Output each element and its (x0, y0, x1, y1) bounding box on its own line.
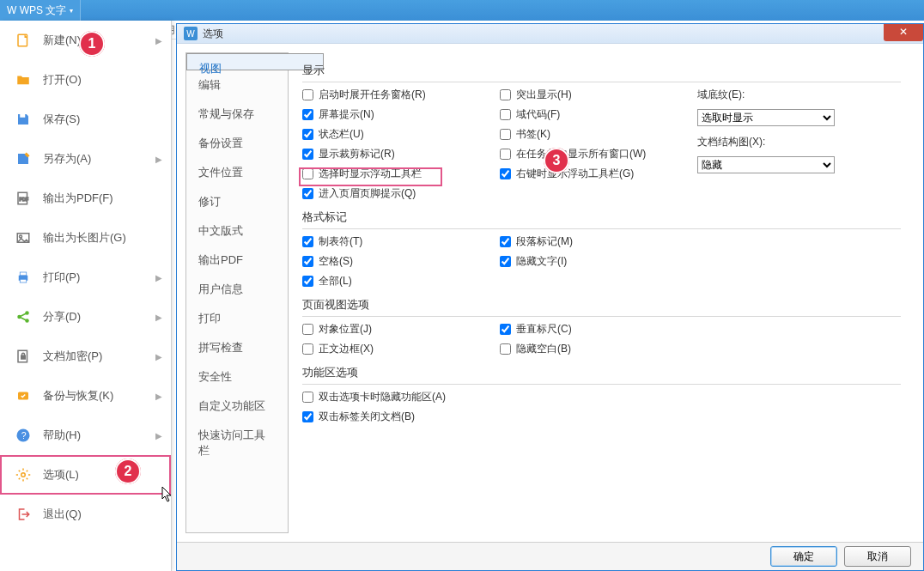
checkbox-input[interactable] (302, 236, 313, 247)
sidebar-category[interactable]: 用户信息 (186, 275, 288, 304)
checkbox-option[interactable]: 段落标记(M) (500, 234, 697, 249)
sidebar-category[interactable]: 备份设置 (186, 129, 288, 158)
dialog-body: 视图编辑常规与保存备份设置文件位置修订中文版式输出PDF用户信息打印拼写检查安全… (177, 44, 923, 542)
menu-item-label: 输出为PDF(F) (43, 191, 162, 206)
callout-1: 1 (79, 31, 105, 57)
checkbox-input[interactable] (302, 411, 313, 422)
checkbox-input[interactable] (500, 149, 511, 160)
checkbox-option[interactable]: 双击标签关闭文档(B) (302, 410, 646, 424)
lock-icon (15, 349, 31, 364)
checkbox-label: 域代码(F) (516, 107, 560, 122)
checkbox-option[interactable]: 空格(S) (302, 254, 500, 269)
wps-app-button[interactable]: W WPS 文字 ▾ (0, 0, 81, 21)
checkbox-option[interactable]: 突出显示(H) (500, 88, 697, 102)
checkbox-option[interactable]: 书签(K) (500, 127, 697, 142)
checkbox-input[interactable] (500, 109, 511, 120)
chevron-right-icon: ▶ (155, 273, 162, 282)
checkbox-input[interactable] (500, 324, 511, 335)
file-menu-item[interactable]: 输出为长图片(G) (0, 218, 171, 258)
checkbox-option[interactable]: 隐藏空白(B) (500, 342, 697, 356)
checkbox-option[interactable]: 显示裁剪标记(R) (302, 147, 500, 161)
checkbox-option[interactable]: 在任务栏中显示所有窗口(W) (500, 147, 697, 161)
checkbox-input[interactable] (302, 168, 313, 179)
checkbox-input[interactable] (302, 276, 313, 287)
sidebar-category[interactable]: 中文版式 (186, 216, 288, 246)
checkbox-option[interactable]: 垂直标尺(C) (500, 322, 697, 337)
checkbox-input[interactable] (302, 256, 313, 267)
checkbox-input[interactable] (500, 343, 511, 355)
file-menu-item[interactable]: 分享(D)▶ (0, 297, 171, 337)
checkbox-option[interactable]: 隐藏文字(I) (500, 254, 697, 269)
checkbox-input[interactable] (302, 392, 313, 403)
checkbox-input[interactable] (302, 149, 313, 160)
app-name: WPS 文字 (20, 3, 67, 18)
file-menu-item[interactable]: ?帮助(H)▶ (0, 416, 171, 455)
checkbox-input[interactable] (500, 89, 511, 100)
doc-map-select[interactable]: 隐藏 (697, 156, 835, 173)
checkbox-option[interactable]: 双击选项卡时隐藏功能区(A) (302, 390, 646, 404)
sidebar-category[interactable]: 快速访问工具栏 (186, 421, 288, 465)
checkbox-option[interactable]: 全部(L) (302, 274, 500, 289)
checkbox-option[interactable]: 屏幕提示(N) (302, 107, 500, 122)
checkbox-label: 隐藏文字(I) (516, 254, 567, 269)
checkbox-option[interactable]: 进入页眉页脚提示(Q) (302, 186, 500, 201)
file-menu-item[interactable]: 保存(S) (0, 100, 171, 139)
sidebar-category[interactable]: 拼写检查 (186, 333, 288, 362)
close-button[interactable]: ✕ (884, 24, 923, 41)
checkbox-input[interactable] (302, 188, 313, 199)
svg-rect-8 (20, 279, 27, 282)
menu-item-label: 打开(O) (43, 72, 162, 88)
checkbox-input[interactable] (302, 343, 313, 355)
img-icon (15, 230, 31, 246)
checkbox-option[interactable]: 状态栏(U) (302, 127, 500, 142)
checkbox-input[interactable] (500, 256, 511, 267)
sidebar-category[interactable]: 常规与保存 (186, 100, 288, 129)
checkbox-option[interactable]: 对象位置(J) (302, 322, 500, 337)
checkbox-option[interactable]: 选择时显示浮动工具栏 (302, 167, 500, 181)
file-menu-item[interactable]: 打开(O) (0, 60, 171, 100)
sidebar-category[interactable]: 打印 (186, 304, 288, 333)
checkbox-option[interactable]: 右键时显示浮动工具栏(G) (500, 167, 697, 181)
file-menu-item[interactable]: 备份与恢复(K)▶ (0, 376, 171, 416)
sidebar-category[interactable]: 修订 (186, 187, 288, 216)
menu-item-label: 分享(D) (43, 309, 155, 325)
options-panel: 显示 启动时展开任务窗格(R)屏幕提示(N)状态栏(U)显示裁剪标记(R)选择时… (289, 52, 915, 533)
checkbox-option[interactable]: 启动时展开任务窗格(R) (302, 88, 500, 102)
sidebar-category[interactable]: 输出PDF (186, 246, 288, 275)
cancel-button[interactable]: 取消 (844, 546, 911, 567)
options-sidebar: 视图编辑常规与保存备份设置文件位置修订中文版式输出PDF用户信息打印拼写检查安全… (185, 52, 289, 533)
sidebar-category[interactable]: 自定义功能区 (186, 392, 288, 421)
checkbox-option[interactable]: 域代码(F) (500, 107, 697, 122)
sidebar-category[interactable]: 文件位置 (186, 158, 288, 187)
file-menu-item[interactable]: 打印(P)▶ (0, 258, 171, 297)
checkbox-label: 选择时显示浮动工具栏 (319, 167, 422, 181)
file-menu-item[interactable]: 退出(Q) (0, 495, 171, 534)
field-shading-select[interactable]: 选取时显示 (697, 109, 835, 126)
ok-button[interactable]: 确定 (770, 546, 837, 567)
menu-item-label: 帮助(H) (43, 428, 155, 443)
checkbox-input[interactable] (302, 324, 313, 335)
checkbox-label: 隐藏空白(B) (516, 342, 571, 356)
doc-map-label: 文档结构图(X): (697, 135, 901, 149)
checkbox-input[interactable] (500, 168, 511, 179)
sidebar-category[interactable]: 安全性 (186, 362, 288, 392)
file-menu-item[interactable]: 另存为(A)▶ (0, 139, 171, 179)
share-icon (15, 309, 31, 325)
checkbox-label: 双击标签关闭文档(B) (319, 410, 415, 424)
new-icon (15, 33, 31, 48)
checkbox-input[interactable] (500, 129, 511, 140)
checkbox-input[interactable] (500, 236, 511, 247)
exit-icon (15, 507, 31, 522)
menu-item-label: 输出为长图片(G) (43, 230, 162, 246)
checkbox-option[interactable]: 正文边框(X) (302, 342, 500, 356)
file-menu-item[interactable]: PDF输出为PDF(F) (0, 179, 171, 218)
chevron-right-icon: ▶ (155, 352, 162, 361)
checkbox-label: 垂直标尺(C) (516, 322, 572, 337)
saveas-icon (15, 151, 31, 167)
checkbox-option[interactable]: 制表符(T) (302, 234, 500, 249)
file-menu-item[interactable]: 文档加密(P)▶ (0, 337, 171, 376)
file-menu-item[interactable]: 选项(L) (0, 455, 171, 495)
checkbox-input[interactable] (302, 89, 313, 100)
checkbox-input[interactable] (302, 109, 313, 120)
checkbox-input[interactable] (302, 129, 313, 140)
